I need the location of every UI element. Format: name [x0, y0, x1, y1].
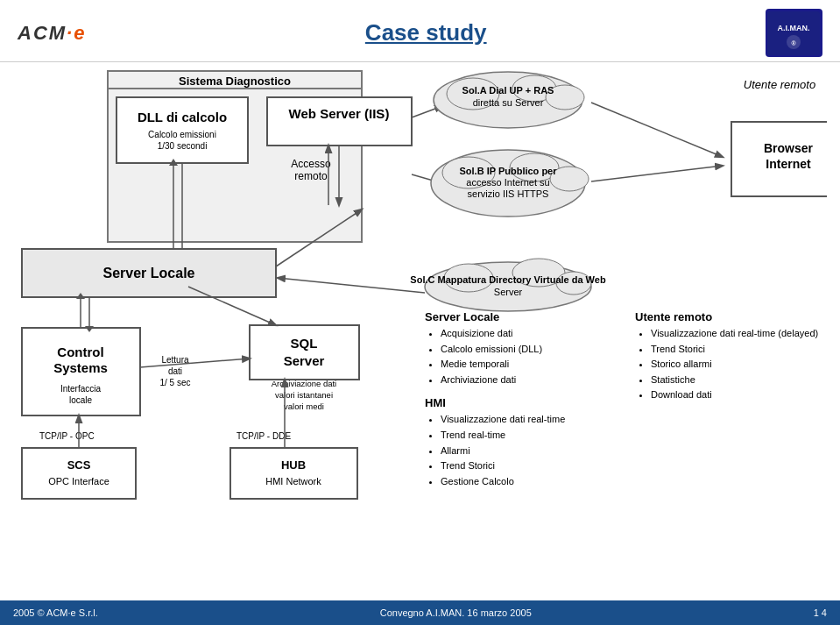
info-hmi-list: Visualizzazione dati real-time Trend rea… [425, 412, 618, 489]
footer: 2005 © ACM·e S.r.l. Convegno A.I.MAN. 16… [0, 600, 840, 625]
footer-center: Convegno A.I.MAN. 16 marzo 2005 [380, 607, 532, 618]
logo-aiman: A.I.MAN. ® [766, 9, 822, 57]
svg-line-22 [412, 174, 442, 183]
svg-text:Server: Server [284, 353, 325, 368]
svg-marker-60 [85, 326, 94, 332]
svg-text:DLL di calcolo: DLL di calcolo [138, 110, 227, 124]
svg-text:diretta su Server: diretta su Server [473, 97, 544, 108]
info-hmi-title: HMI [425, 396, 618, 409]
svg-text:Utente remoto: Utente remoto [744, 78, 815, 91]
svg-line-67 [140, 359, 250, 367]
svg-text:locale: locale [69, 395, 93, 405]
list-item: Statistiche [651, 373, 836, 388]
svg-text:®: ® [792, 40, 797, 46]
svg-point-47 [512, 259, 565, 287]
list-item: Trend Storici [441, 458, 618, 474]
svg-text:Server Locale: Server Locale [103, 266, 195, 281]
svg-text:Sol.C Mappatura Directory Virt: Sol.C Mappatura Directory Virtuale da We… [410, 274, 606, 285]
svg-point-34 [550, 167, 589, 191]
svg-marker-18 [178, 252, 187, 259]
svg-text:Systems: Systems [53, 360, 108, 375]
svg-text:servizio IIS HTTPS: servizio IIS HTTPS [468, 188, 549, 199]
svg-line-71 [188, 287, 276, 325]
list-item: Storico allarmi [651, 357, 836, 373]
svg-text:Browser: Browser [764, 141, 814, 155]
svg-text:Web Server (IIS): Web Server (IIS) [289, 106, 390, 121]
svg-text:TCP/IP - DDE: TCP/IP - DDE [236, 431, 291, 441]
main-content: Sistema Diagnostico DLL di calcolo Calco… [0, 62, 840, 623]
svg-text:dati: dati [168, 366, 182, 376]
svg-line-44 [276, 210, 362, 266]
svg-text:1/ 5 sec: 1/ 5 sec [159, 378, 190, 387]
svg-text:remoto: remoto [294, 170, 328, 182]
svg-point-45 [425, 262, 591, 311]
svg-rect-4 [108, 71, 362, 242]
svg-rect-78 [230, 448, 357, 499]
svg-line-23 [591, 103, 723, 157]
svg-text:SQL: SQL [291, 336, 318, 351]
svg-text:HUB: HUB [281, 458, 306, 472]
svg-text:Accesso: Accesso [291, 158, 331, 170]
svg-line-21 [412, 106, 442, 117]
list-item: Allarmi [441, 444, 618, 459]
svg-text:A.I.MAN.: A.I.MAN. [778, 24, 810, 32]
svg-text:accesso Internet su: accesso Internet su [466, 177, 549, 188]
svg-text:1/30 secondi: 1/30 secondi [158, 141, 208, 151]
info-server-title: Server Locale [425, 310, 618, 323]
svg-marker-58 [76, 293, 85, 299]
list-item: Medie temporali [441, 357, 618, 373]
logo-acme: ACM·e [18, 22, 86, 45]
svg-rect-64 [250, 325, 359, 380]
svg-text:Archiviazione dati: Archiviazione dati [272, 379, 336, 388]
svg-text:SCS: SCS [67, 458, 91, 472]
svg-text:Lettura: Lettura [161, 355, 189, 365]
footer-right: 1 4 [814, 607, 827, 618]
svg-rect-74 [22, 448, 136, 499]
list-item: Trend real-time [441, 428, 618, 444]
svg-text:OPC Interface: OPC Interface [48, 476, 109, 487]
list-item: Trend Storici [651, 342, 836, 358]
info-utente-panel: Utente remoto Visualizzazione dati real-… [635, 310, 836, 403]
svg-text:valori istantanei: valori istantanei [275, 390, 333, 400]
list-item: Acquisizione dati [441, 326, 618, 342]
diagram: Sistema Diagnostico DLL di calcolo Calco… [13, 69, 827, 586]
svg-line-24 [591, 166, 723, 181]
svg-text:Calcolo emissioni: Calcolo emissioni [148, 130, 216, 139]
svg-point-33 [510, 153, 559, 181]
header: ACM·e Case study A.I.MAN. ® [0, 0, 840, 62]
svg-point-27 [512, 75, 556, 102]
list-item: Calcolo emissioni (DLL) [441, 342, 618, 358]
svg-point-48 [556, 272, 591, 295]
svg-rect-11 [267, 97, 412, 146]
info-utente-list: Visualizzazione dati real-time (delayed)… [635, 326, 836, 403]
list-item: Archiviazione dati [441, 373, 618, 388]
svg-rect-42 [22, 249, 276, 297]
svg-point-32 [442, 157, 495, 188]
info-server-panel: Server Locale Acquisizione dati Calcolo … [425, 310, 618, 489]
info-server-list: Acquisizione dati Calcolo emissioni (DLL… [425, 326, 618, 387]
svg-text:Internet: Internet [766, 157, 811, 171]
page-title: Case study [365, 19, 487, 46]
svg-text:Interfaccia: Interfaccia [60, 384, 102, 394]
svg-text:Sol.A Dial UP + RAS: Sol.A Dial UP + RAS [462, 85, 554, 96]
list-item: Download dati [651, 387, 836, 403]
svg-text:Control: Control [57, 344, 103, 359]
svg-rect-52 [22, 328, 140, 415]
svg-point-31 [431, 150, 585, 217]
svg-text:TCP/IP - OPC: TCP/IP - OPC [39, 431, 95, 441]
svg-point-28 [546, 85, 584, 110]
svg-rect-7 [116, 97, 248, 163]
list-item: Visualizzazione dati real-time [441, 412, 618, 428]
info-utente-title: Utente remoto [635, 310, 836, 323]
svg-point-46 [444, 264, 493, 292]
svg-text:valori medi: valori medi [284, 401, 324, 411]
svg-point-25 [434, 72, 582, 128]
svg-line-51 [278, 278, 425, 293]
svg-text:Sistema Diagnostico: Sistema Diagnostico [179, 75, 291, 88]
list-item: Visualizzazione dati real-time (delayed) [651, 326, 836, 342]
svg-text:Server: Server [494, 287, 523, 297]
svg-marker-20 [169, 159, 178, 166]
footer-left: 2005 © ACM·e S.r.l. [13, 607, 98, 618]
list-item: Gestione Calcolo [441, 474, 618, 490]
svg-point-26 [447, 78, 499, 110]
